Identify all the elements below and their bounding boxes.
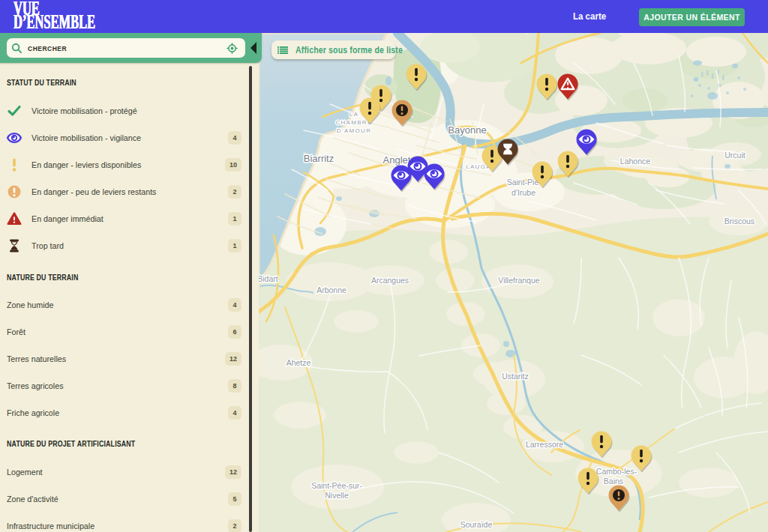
svg-text:Ustaritz: Ustaritz [502,372,529,381]
svg-text:D’AMOUR: D’AMOUR [337,127,371,134]
svg-text:Lahonce: Lahonce [620,157,650,166]
svg-text:Arbonne: Arbonne [316,285,346,294]
svg-text:Saint-Pie: Saint-Pie [507,178,539,187]
svg-text:Bidart: Bidart [259,274,278,283]
svg-text:Villefranque: Villefranque [498,276,539,285]
svg-text:d’Irube: d’Irube [512,188,536,197]
svg-text:Briscous: Briscous [724,217,754,226]
svg-text:LA: LA [350,111,358,118]
svg-text:Bains: Bains [604,477,623,486]
svg-text:Saint-Pée-sur-: Saint-Pée-sur- [311,481,362,490]
svg-text:Anglet: Anglet [383,154,411,166]
svg-text:Souraïde: Souraïde [460,520,493,529]
svg-text:Bayonne: Bayonne [448,124,486,136]
svg-text:Arcangues: Arcangues [371,276,409,285]
svg-text:Ahetze: Ahetze [286,358,311,367]
svg-text:Larressore: Larressore [526,440,563,449]
svg-text:Urcuit: Urcuit [724,151,746,160]
svg-text:Nivelle: Nivelle [325,491,349,500]
svg-text:Biarritz: Biarritz [304,153,334,164]
svg-text:Cambo-les-: Cambo-les- [596,467,638,476]
